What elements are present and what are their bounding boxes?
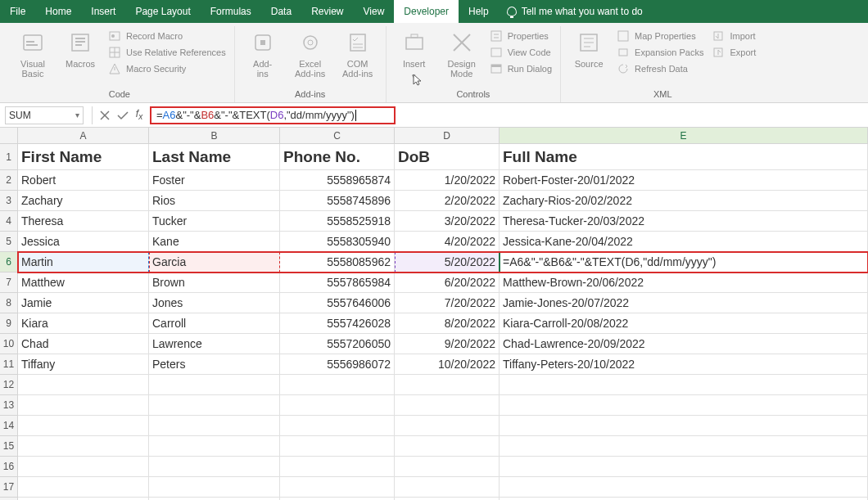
cell-D5[interactable]: 4/20/2022 — [395, 232, 500, 252]
column-header-A[interactable]: A — [18, 128, 149, 144]
row-header-7[interactable]: 7 — [0, 273, 18, 293]
tab-data[interactable]: Data — [261, 0, 301, 23]
cell-B5[interactable]: Kane — [149, 232, 280, 252]
cell-A9[interactable]: Kiara — [18, 313, 149, 334]
tab-view[interactable]: View — [354, 0, 395, 23]
cell-E1[interactable]: Full Name — [500, 144, 868, 170]
cell-D9[interactable]: 8/20/2022 — [395, 313, 500, 334]
cell-D10[interactable]: 9/20/2022 — [395, 334, 500, 354]
cell-E17[interactable] — [500, 477, 868, 498]
cell-B3[interactable]: Rios — [149, 191, 280, 211]
tab-insert[interactable]: Insert — [81, 0, 125, 23]
cell-B15[interactable] — [149, 436, 280, 457]
cell-E6[interactable]: =A6&"-"&B6&"-"&TEXT(D6,"dd/mm/yyyy") — [500, 252, 868, 273]
row-header-9[interactable]: 9 — [0, 313, 18, 334]
cell-E8[interactable]: Jamie-Jones-20/07/2022 — [500, 293, 868, 313]
insert-function-button[interactable]: fx — [132, 106, 150, 124]
cell-C2[interactable]: 5558965874 — [280, 170, 395, 191]
cell-E5[interactable]: Jessica-Kane-20/04/2022 — [500, 232, 868, 252]
cell-A13[interactable] — [18, 395, 149, 416]
cell-A6[interactable]: Martin — [18, 252, 149, 273]
excel-addins-button[interactable]: Excel Add-ins — [291, 29, 330, 79]
cell-B12[interactable] — [149, 375, 280, 395]
cell-E2[interactable]: Robert-Foster-20/01/2022 — [500, 170, 868, 191]
cell-D12[interactable] — [395, 375, 500, 395]
cell-D17[interactable] — [395, 477, 500, 498]
tab-file[interactable]: File — [0, 0, 35, 23]
row-header-4[interactable]: 4 — [0, 211, 18, 232]
cell-B2[interactable]: Foster — [149, 170, 280, 191]
tab-page-layout[interactable]: Page Layout — [125, 0, 200, 23]
cell-E12[interactable] — [500, 375, 868, 395]
row-header-12[interactable]: 12 — [0, 375, 18, 395]
cell-C9[interactable]: 5557426028 — [280, 313, 395, 334]
row-header-17[interactable]: 17 — [0, 477, 18, 498]
design-mode-button[interactable]: Design Mode — [442, 29, 481, 79]
cell-E14[interactable] — [500, 416, 868, 436]
row-header-6[interactable]: 6 — [0, 252, 18, 273]
tab-home[interactable]: Home — [35, 0, 81, 23]
cell-C10[interactable]: 5557206050 — [280, 334, 395, 354]
row-header-10[interactable]: 10 — [0, 334, 18, 354]
macro-security-button[interactable]: Macro Security — [108, 62, 226, 75]
cell-C16[interactable] — [280, 457, 395, 477]
row-header-11[interactable]: 11 — [0, 354, 18, 375]
cell-B10[interactable]: Lawrence — [149, 334, 280, 354]
cell-C5[interactable]: 5558305940 — [280, 232, 395, 252]
cell-C7[interactable]: 5557865984 — [280, 273, 395, 293]
cell-D15[interactable] — [395, 436, 500, 457]
row-header-14[interactable]: 14 — [0, 416, 18, 436]
cell-B11[interactable]: Peters — [149, 354, 280, 375]
name-box[interactable]: SUM▾ — [5, 106, 84, 124]
cell-C1[interactable]: Phone No. — [280, 144, 395, 170]
cell-D4[interactable]: 3/20/2022 — [395, 211, 500, 232]
cell-C8[interactable]: 5557646006 — [280, 293, 395, 313]
cell-A14[interactable] — [18, 416, 149, 436]
cell-A2[interactable]: Robert — [18, 170, 149, 191]
column-header-B[interactable]: B — [149, 128, 280, 144]
cell-A15[interactable] — [18, 436, 149, 457]
map-properties-button[interactable]: Map Properties — [617, 29, 703, 43]
cell-A3[interactable]: Zachary — [18, 191, 149, 211]
cell-B17[interactable] — [149, 477, 280, 498]
cell-A10[interactable]: Chad — [18, 334, 149, 354]
com-addins-button[interactable]: COM Add-ins — [338, 29, 377, 79]
enter-edit-button[interactable] — [114, 106, 132, 124]
cell-B13[interactable] — [149, 395, 280, 416]
cell-B8[interactable]: Jones — [149, 293, 280, 313]
cell-D1[interactable]: DoB — [395, 144, 500, 170]
cell-D2[interactable]: 1/20/2022 — [395, 170, 500, 191]
cell-A1[interactable]: First Name — [18, 144, 149, 170]
cell-B7[interactable]: Brown — [149, 273, 280, 293]
tab-formulas[interactable]: Formulas — [201, 0, 261, 23]
cell-C4[interactable]: 5558525918 — [280, 211, 395, 232]
cell-E15[interactable] — [500, 436, 868, 457]
cell-C13[interactable] — [280, 395, 395, 416]
xml-source-button[interactable]: Source — [569, 29, 608, 69]
addins-button[interactable]: Add- ins — [243, 29, 283, 79]
cell-C11[interactable]: 5556986072 — [280, 354, 395, 375]
cell-A5[interactable]: Jessica — [18, 232, 149, 252]
refresh-data-button[interactable]: Refresh Data — [617, 62, 703, 75]
cell-C3[interactable]: 5558745896 — [280, 191, 395, 211]
column-header-C[interactable]: C — [280, 128, 395, 144]
cell-E9[interactable]: Kiara-Carroll-20/08/2022 — [500, 313, 868, 334]
row-header-1[interactable]: 1 — [0, 144, 18, 170]
cell-E11[interactable]: Tiffany-Peters-20/10/2022 — [500, 354, 868, 375]
cell-A16[interactable] — [18, 457, 149, 477]
column-header-D[interactable]: D — [395, 128, 500, 144]
relative-refs-button[interactable]: Use Relative References — [108, 46, 226, 59]
chevron-down-icon[interactable]: ▾ — [75, 110, 79, 119]
cell-B1[interactable]: Last Name — [149, 144, 280, 170]
formula-input[interactable]: =A6&"-"&B6&"-"&TEXT(D6,"dd/mm/yyyy") — [150, 106, 396, 124]
select-all-corner[interactable] — [0, 128, 18, 144]
row-header-16[interactable]: 16 — [0, 457, 18, 477]
row-header-2[interactable]: 2 — [0, 170, 18, 191]
row-header-13[interactable]: 13 — [0, 395, 18, 416]
xml-export-button[interactable]: Export — [712, 46, 756, 59]
tab-help[interactable]: Help — [459, 0, 499, 23]
cell-C12[interactable] — [280, 375, 395, 395]
tab-review[interactable]: Review — [301, 0, 353, 23]
cell-A11[interactable]: Tiffany — [18, 354, 149, 375]
cells-area[interactable]: First NameLast NamePhone No.DoBFull Name… — [18, 144, 868, 500]
